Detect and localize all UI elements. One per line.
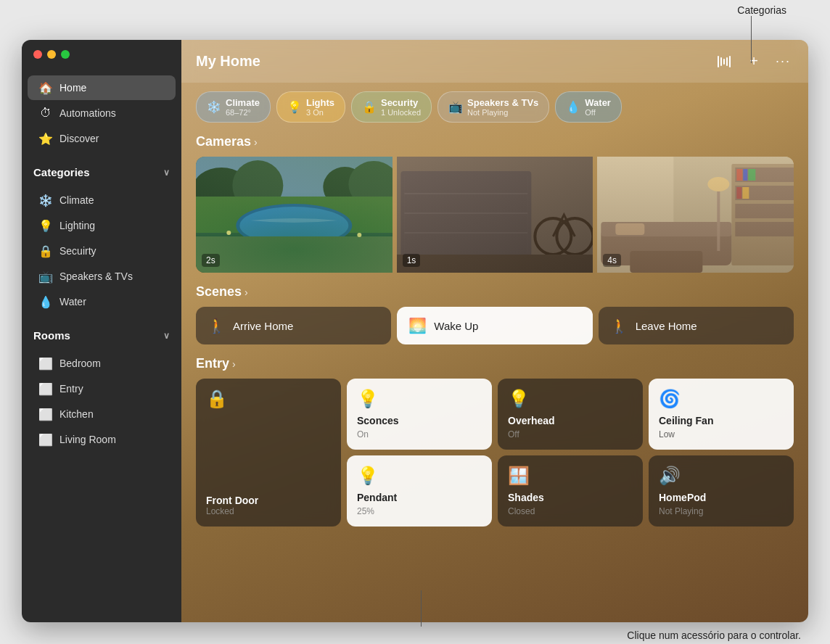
scene-arrive-home[interactable]: 🚶 Arrive Home — [196, 307, 391, 344]
cameras-chevron[interactable]: › — [254, 136, 258, 148]
scenes-section-header: Scenes › — [196, 284, 794, 300]
pill-water-label: Water — [585, 97, 611, 108]
pill-water-icon: 💧 — [566, 100, 580, 114]
sidebar-automations-label: Automations — [59, 107, 116, 119]
pill-lights-value: 3 On — [306, 108, 334, 117]
sidebar-security-label: Secuirty — [59, 245, 96, 257]
entry-title: Entry — [196, 356, 229, 371]
sidebar-item-lighting[interactable]: 💡 Lighting — [28, 213, 176, 238]
pendant-value: 25% — [357, 506, 482, 516]
pill-speakers-label: Speakers & TVs — [467, 97, 538, 108]
automations-icon: ⏱ — [39, 107, 52, 120]
pill-climate[interactable]: ❄️ Climate 68–72° — [196, 91, 271, 123]
close-button[interactable] — [33, 50, 42, 59]
pill-water[interactable]: 💧 Water Off — [555, 91, 622, 123]
sidebar-item-discover[interactable]: ⭐ Discover — [28, 126, 176, 151]
sidebar-item-living-room[interactable]: ⬜ Living Room — [28, 427, 176, 452]
climate-icon: ❄️ — [39, 194, 52, 207]
kitchen-icon: ⬜ — [39, 408, 52, 421]
entry-grid: 🔒 Front Door Locked 💡 Sconces On 💡 O — [196, 379, 794, 527]
add-button[interactable]: + — [747, 50, 761, 73]
arrive-home-icon: 🚶 — [208, 317, 226, 334]
sidebar: 🏠 Home ⏱ Automations ⭐ Discover Categori… — [22, 40, 181, 622]
entry-chevron[interactable]: › — [232, 358, 236, 370]
sidebar-item-speakers[interactable]: 📺 Speakers & TVs — [28, 264, 176, 289]
ceiling-fan-icon: 🌀 — [659, 389, 784, 409]
svg-rect-0 — [718, 56, 719, 67]
svg-rect-4 — [729, 56, 731, 67]
svg-rect-3 — [726, 57, 728, 66]
camera-1-timer: 2s — [202, 254, 220, 267]
scene-leave-home[interactable]: 🚶 Leave Home — [599, 307, 794, 344]
camera-feed-1[interactable]: 2s — [196, 157, 393, 273]
annotation-top-label: Categorias — [737, 4, 786, 16]
speakers-icon: 📺 — [39, 270, 52, 283]
rooms-chevron: ∨ — [163, 331, 170, 341]
pill-security[interactable]: 🔒 Security 1 Unlocked — [351, 91, 432, 123]
sconces-icon: 💡 — [357, 389, 482, 409]
pill-lights[interactable]: 💡 Lights 3 On — [276, 91, 345, 123]
categories-list: ❄️ Climate 💡 Lighting 🔒 Secuirty 📺 Speak… — [22, 181, 181, 321]
entry-card-sconces[interactable]: 💡 Sconces On — [347, 379, 492, 450]
entry-card-pendant[interactable]: 💡 Pendant 25% — [347, 455, 492, 527]
camera-feed-2[interactable]: 1s — [397, 157, 593, 273]
pill-climate-label: Climate — [226, 97, 260, 108]
overhead-label: Overhead — [508, 415, 633, 426]
sidebar-item-kitchen[interactable]: ⬜ Kitchen — [28, 402, 176, 426]
pill-speakers-value: Not Playing — [467, 108, 538, 117]
homepod-value: Not Playing — [659, 506, 784, 516]
living-room-icon: ⬜ — [39, 433, 52, 446]
sidebar-item-home[interactable]: 🏠 Home — [28, 75, 176, 100]
more-button[interactable]: ··· — [773, 51, 794, 72]
pill-water-text: Water Off — [585, 97, 611, 117]
entry-card-shades[interactable]: 🪟 Shades Closed — [498, 455, 643, 527]
sidebar-speakers-label: Speakers & TVs — [59, 271, 133, 282]
categories-section-header[interactable]: Categories ∨ — [22, 157, 181, 181]
sidebar-item-bedroom[interactable]: ⬜ Bedroom — [28, 351, 176, 376]
entry-card-ceiling-fan[interactable]: 🌀 Ceiling Fan Low — [649, 379, 794, 450]
sidebar-item-water[interactable]: 💧 Water — [28, 289, 176, 314]
pendant-label: Pendant — [357, 492, 482, 503]
camera-2-timer: 1s — [403, 254, 421, 267]
minimize-button[interactable] — [47, 50, 56, 59]
rooms-section-header[interactable]: Rooms ∨ — [22, 321, 181, 344]
camera-pool-overlay — [196, 157, 393, 273]
entry-card-homepod[interactable]: 🔊 HomePod Not Playing — [649, 455, 794, 527]
pendant-icon: 💡 — [357, 466, 482, 486]
pill-water-value: Off — [585, 108, 611, 117]
scene-wake-up[interactable]: 🌅 Wake Up — [397, 307, 592, 344]
annotation-bottom: Clique num acessório para o controlar. — [627, 629, 801, 641]
camera-feed-3[interactable]: 4s — [597, 157, 794, 273]
cameras-section-header: Cameras › — [196, 134, 794, 149]
homepod-icon: 🔊 — [659, 466, 784, 486]
bedroom-icon: ⬜ — [39, 357, 52, 370]
sidebar-item-climate[interactable]: ❄️ Climate — [28, 188, 176, 212]
rooms-label: Rooms — [33, 329, 70, 342]
sconces-value: On — [357, 429, 482, 439]
page-title: My Home — [196, 53, 260, 70]
sidebar-nav: 🏠 Home ⏱ Automations ⭐ Discover — [22, 69, 181, 157]
pill-lights-label: Lights — [306, 97, 334, 108]
categories-button[interactable] — [715, 53, 735, 70]
lighting-icon: 💡 — [39, 219, 52, 232]
sidebar-item-entry[interactable]: ⬜ Entry — [28, 376, 176, 401]
maximize-button[interactable] — [61, 50, 70, 59]
annotation-bottom-label: Clique num acessório para o controlar. — [627, 629, 801, 641]
pill-speakers-icon: 📺 — [448, 100, 463, 114]
sidebar-entry-label: Entry — [59, 383, 83, 395]
entry-section-header: Entry › — [196, 356, 794, 371]
front-door-text: Front Door Locked — [206, 495, 331, 516]
front-door-icon-wrap: 🔒 — [206, 389, 331, 409]
scenes-chevron[interactable]: › — [245, 286, 248, 298]
sidebar-water-label: Water — [59, 296, 86, 307]
entry-card-overhead[interactable]: 💡 Overhead Off — [498, 379, 643, 450]
homepod-label: HomePod — [659, 492, 784, 503]
entry-icon: ⬜ — [39, 382, 52, 395]
sidebar-item-security[interactable]: 🔒 Secuirty — [28, 239, 176, 263]
header-actions: + ··· — [715, 50, 794, 73]
pill-speakers[interactable]: 📺 Speakers & TVs Not Playing — [437, 91, 549, 123]
category-pills: ❄️ Climate 68–72° 💡 Lights 3 On 🔒 — [196, 91, 794, 123]
sidebar-home-label: Home — [59, 82, 86, 94]
entry-card-front-door[interactable]: 🔒 Front Door Locked — [196, 379, 341, 527]
sidebar-item-automations[interactable]: ⏱ Automations — [28, 101, 176, 125]
